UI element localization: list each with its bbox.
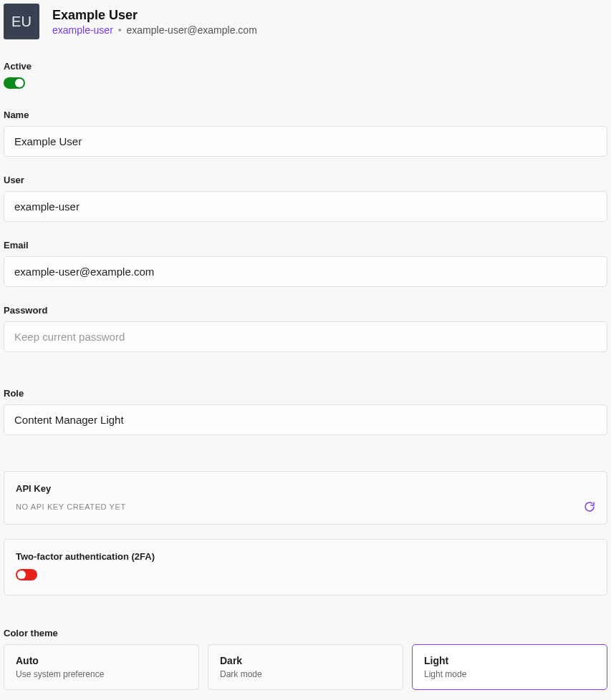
- user-header: EU Example User example-user • example-u…: [4, 4, 607, 39]
- separator: •: [118, 24, 122, 36]
- theme-title: Auto: [16, 655, 187, 666]
- color-theme-label: Color theme: [4, 628, 607, 638]
- username-link[interactable]: example-user: [52, 24, 113, 36]
- user-label: User: [4, 175, 607, 185]
- password-label: Password: [4, 305, 607, 316]
- theme-option-auto[interactable]: Auto Use system preference: [4, 644, 199, 690]
- active-toggle[interactable]: [4, 77, 25, 89]
- theme-sub: Dark mode: [220, 669, 391, 679]
- email-label: Email: [4, 240, 607, 251]
- password-input[interactable]: [4, 321, 607, 352]
- role-select[interactable]: Content Manager Light: [4, 404, 607, 435]
- avatar: EU: [4, 4, 39, 39]
- theme-sub: Light mode: [424, 669, 595, 679]
- role-label: Role: [4, 388, 607, 399]
- tfa-label: Two-factor authentication (2FA): [16, 551, 595, 562]
- display-name: Example User: [52, 8, 257, 23]
- refresh-icon[interactable]: [584, 501, 595, 512]
- field-password: Password: [4, 305, 607, 352]
- theme-row: Auto Use system preference Dark Dark mod…: [4, 644, 607, 690]
- api-key-empty-text: No API key created yet: [16, 502, 126, 511]
- email-input[interactable]: [4, 256, 607, 287]
- header-email: example-user@example.com: [127, 24, 257, 36]
- field-user: User: [4, 175, 607, 222]
- api-key-label: API Key: [16, 483, 595, 494]
- theme-sub: Use system preference: [16, 669, 187, 679]
- theme-title: Dark: [220, 655, 391, 666]
- field-active: Active: [4, 61, 607, 92]
- field-role: Role Content Manager Light: [4, 388, 607, 435]
- name-label: Name: [4, 110, 607, 120]
- theme-option-light[interactable]: Light Light mode: [412, 644, 607, 690]
- api-key-card: API Key No API key created yet: [4, 471, 607, 525]
- user-input[interactable]: [4, 191, 607, 222]
- field-name: Name: [4, 110, 607, 157]
- active-label: Active: [4, 61, 607, 72]
- header-sub: example-user • example-user@example.com: [52, 24, 257, 36]
- avatar-initials: EU: [11, 14, 32, 30]
- name-input[interactable]: [4, 126, 607, 157]
- field-email: Email: [4, 240, 607, 287]
- field-color-theme: Color theme Auto Use system preference D…: [4, 628, 607, 690]
- header-text: Example User example-user • example-user…: [52, 8, 257, 36]
- toggle-knob: [15, 79, 24, 87]
- tfa-card: Two-factor authentication (2FA): [4, 539, 607, 596]
- theme-option-dark[interactable]: Dark Dark mode: [208, 644, 403, 690]
- tfa-toggle[interactable]: [16, 569, 37, 580]
- toggle-knob: [17, 570, 26, 579]
- theme-title: Light: [424, 655, 595, 666]
